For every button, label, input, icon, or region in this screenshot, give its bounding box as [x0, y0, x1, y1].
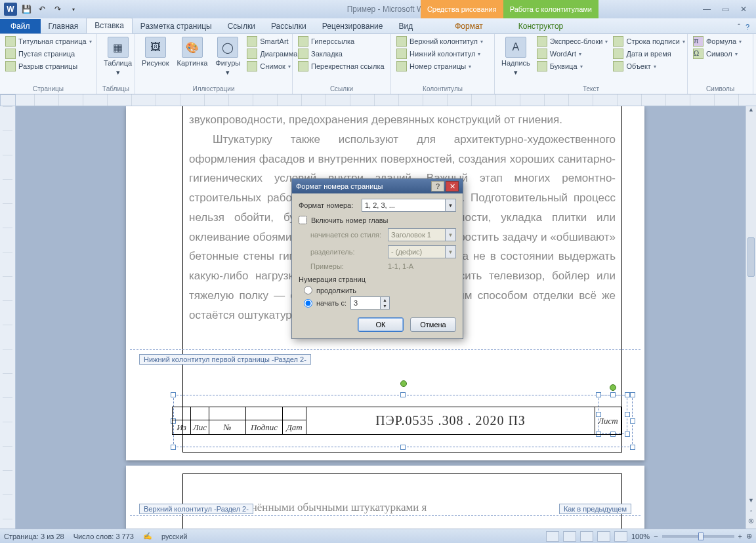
tab-insert[interactable]: Вставка	[86, 18, 133, 33]
scroll-thumb[interactable]	[747, 237, 755, 277]
datetime-button[interactable]: Дата и время	[612, 48, 686, 60]
rotate-handle-icon[interactable]	[400, 380, 407, 387]
scroll-up-icon[interactable]: ▲	[746, 106, 756, 117]
quickparts-button[interactable]: Экспресс-блоки▾	[536, 35, 610, 47]
continue-radio[interactable]	[304, 286, 312, 294]
tab-review[interactable]: Рецензирование	[314, 19, 391, 33]
tab-file[interactable]: Файл	[0, 19, 41, 33]
chevron-down-icon[interactable]: ▼	[445, 199, 455, 211]
dialog-close-button[interactable]: ✕	[446, 181, 459, 191]
page-number-button[interactable]: Номер страницы▾	[395, 60, 484, 72]
zoom-thumb[interactable]	[698, 533, 704, 540]
spin-up-icon[interactable]: ▲	[381, 297, 389, 303]
horizontal-ruler[interactable]	[16, 94, 756, 106]
resize-handle[interactable]	[630, 392, 635, 397]
screenshot-button[interactable]: Снимок▾	[245, 60, 299, 72]
vertical-scrollbar[interactable]: ▲ ▼ ◦ ⦿	[746, 106, 756, 529]
prev-page-icon[interactable]: ◦	[746, 508, 756, 518]
hyperlink-button[interactable]: Гиперссылка	[297, 35, 386, 47]
view-web-icon[interactable]	[580, 531, 593, 542]
wordart-button[interactable]: WordArt▾	[536, 48, 610, 60]
number-format-combo[interactable]: 1, 2, 3, ...▼	[362, 199, 456, 212]
minimize-button[interactable]: —	[698, 3, 715, 15]
tab-references[interactable]: Ссылки	[220, 19, 263, 33]
dialog-title: Формат номера страницы	[296, 182, 383, 190]
zoom-out-button[interactable]: −	[654, 533, 658, 540]
start-at-spinner[interactable]: 3 ▲▼	[350, 296, 390, 310]
dialog-help-button[interactable]: ?	[431, 181, 444, 191]
tab-home[interactable]: Главная	[41, 19, 87, 33]
resize-handle[interactable]	[400, 445, 406, 450]
view-draft-icon[interactable]	[614, 531, 627, 542]
resize-handle[interactable]	[171, 445, 176, 450]
resize-handle[interactable]	[625, 392, 630, 397]
tab-view[interactable]: Вид	[390, 19, 421, 33]
save-icon[interactable]: 💾	[20, 3, 33, 16]
clipart-button[interactable]: 🎨Картинка	[175, 35, 211, 68]
tab-format[interactable]: Формат	[447, 19, 491, 33]
zoom-slider[interactable]	[662, 535, 734, 538]
view-outline-icon[interactable]	[597, 531, 610, 542]
close-button[interactable]: ✕	[735, 3, 752, 15]
vertical-ruler[interactable]	[0, 106, 16, 529]
picture-button[interactable]: 🖼Рисунок	[139, 35, 172, 68]
resize-handle[interactable]	[596, 392, 601, 397]
tab-mailings[interactable]: Рассылки	[263, 19, 314, 33]
chart-button[interactable]: Диаграмма	[245, 48, 299, 60]
resize-handle[interactable]	[625, 432, 630, 437]
crossref-button[interactable]: Перекрестная ссылка	[297, 60, 386, 72]
footer-button[interactable]: Нижний колонтитул▾	[395, 48, 484, 60]
undo-icon[interactable]: ↶	[35, 3, 49, 16]
page-break-button[interactable]: Разрыв страницы	[4, 60, 93, 72]
zoom-in-button[interactable]: +	[738, 533, 742, 540]
blank-page-button[interactable]: Пустая страница	[4, 48, 93, 60]
cancel-button[interactable]: Отмена	[410, 317, 456, 332]
header-button[interactable]: Верхний колонтитул▾	[395, 35, 484, 47]
minimize-ribbon-icon[interactable]: ˆ	[738, 23, 740, 31]
signature-button[interactable]: Строка подписи▾	[612, 35, 686, 47]
tab-layout[interactable]: Разметка страницы	[133, 19, 220, 33]
status-word-count[interactable]: Число слов: 3 773	[74, 533, 134, 540]
table-button[interactable]: ▦Таблица▾	[101, 35, 135, 78]
redo-icon[interactable]: ↷	[51, 3, 64, 16]
tab-designer[interactable]: Конструктор	[511, 19, 571, 33]
symbol-button[interactable]: ΩСимвол▾	[692, 48, 743, 60]
shapes-button[interactable]: ◯Фигуры▾	[213, 35, 243, 78]
examples-label: Примеры:	[310, 262, 384, 270]
spin-down-icon[interactable]: ▼	[381, 303, 389, 309]
bookmark-button[interactable]: Закладка	[297, 48, 386, 60]
status-page[interactable]: Страница: 3 из 28	[4, 533, 64, 540]
resize-handle[interactable]	[630, 445, 635, 450]
equation-button[interactable]: πФормула▾	[692, 35, 743, 47]
ruler-corner[interactable]	[0, 94, 16, 106]
document-page-2[interactable]: Верхний колонтитул -Раздел 2- Как в пред…	[126, 466, 644, 529]
dropcap-button[interactable]: Буквица▾	[536, 60, 610, 72]
rotate-handle-icon[interactable]	[610, 384, 616, 391]
textbox-button[interactable]: AНадпись▾	[499, 35, 533, 78]
help-icon[interactable]: ?	[746, 23, 749, 31]
start-at-radio[interactable]	[304, 299, 312, 308]
zoom-fit-icon[interactable]: ⊕	[746, 532, 752, 540]
proofing-icon[interactable]: ✍	[143, 532, 152, 540]
resize-handle[interactable]	[610, 392, 616, 397]
include-chapter-checkbox[interactable]	[299, 216, 307, 224]
scroll-down-icon[interactable]: ▼	[746, 497, 756, 508]
smartart-button[interactable]: SmartArt	[245, 35, 299, 47]
title-block-table[interactable]: ПЭР.0535 .308 . 2020 ПЗ Лист Из Лис № По…	[172, 407, 621, 435]
resize-handle[interactable]	[171, 392, 176, 397]
resize-handle[interactable]	[630, 418, 635, 424]
object-button[interactable]: Объект▾	[612, 60, 686, 72]
status-zoom[interactable]: 100%	[631, 533, 650, 540]
next-page-icon[interactable]: ⦿	[746, 518, 756, 529]
qat-dropdown-icon[interactable]: ▾	[67, 3, 80, 16]
status-language[interactable]: русский	[161, 533, 187, 540]
resize-handle[interactable]	[400, 392, 406, 397]
cover-page-button[interactable]: Титульная страница▾	[4, 35, 93, 47]
view-print-layout-icon[interactable]	[546, 531, 559, 542]
view-fullscreen-icon[interactable]	[563, 531, 576, 542]
ok-button[interactable]: ОК	[358, 317, 404, 332]
maximize-button[interactable]: ▭	[717, 3, 734, 15]
equation-icon: π	[693, 36, 704, 47]
dialog-titlebar[interactable]: Формат номера страницы ? ✕	[292, 179, 463, 193]
resize-handle[interactable]	[625, 412, 630, 417]
